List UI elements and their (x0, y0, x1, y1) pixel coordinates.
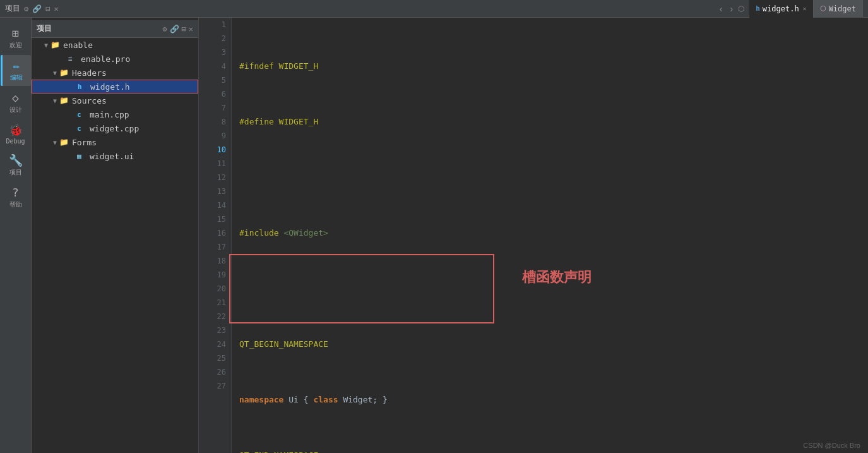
tree-header: 项目 ⚙ 🔗 ⊟ ✕ (32, 20, 198, 38)
line-num-23: 23 (217, 323, 226, 337)
tree-label-widget-h: widget.h (90, 82, 130, 92)
code-content[interactable]: #ifndef WIDGET_H #define WIDGET_H #inclu… (232, 18, 868, 453)
folder-headers-icon: 📁 (59, 68, 69, 77)
nav-forward-button[interactable]: › (728, 3, 736, 15)
file-pro-icon: ≡ (68, 55, 78, 63)
tree-node-widget-h[interactable]: h widget.h (32, 80, 198, 94)
line-num-25: 25 (217, 351, 226, 365)
sidebar-label-welcome: 欢迎 (9, 41, 22, 50)
file-tree: 项目 ⚙ 🔗 ⊟ ✕ ▼ 📁 enable ≡ enable.pro ▼ 📁 H… (32, 18, 199, 453)
line-num-7: 7 (222, 101, 226, 115)
line-num-2: 2 (222, 32, 226, 45)
line-num-3: 3 (222, 45, 226, 59)
tree-node-widget-ui[interactable]: ▦ widget.ui (32, 149, 198, 163)
line-num-22: 22 (217, 310, 226, 323)
sidebar-icon-project[interactable]: 🔧 项目 (1, 150, 31, 181)
line-num-8: 8 (222, 115, 226, 129)
folder-enable-icon: 📁 (51, 40, 61, 49)
sidebar-label-edit: 编辑 (10, 73, 23, 82)
toggle-enable[interactable]: ▼ (42, 42, 51, 49)
tab-widget-label: Widget (829, 4, 856, 13)
line-num-9: 9 (222, 129, 226, 143)
toggle-forms[interactable]: ▼ (51, 139, 59, 146)
tree-label-headers: Headers (72, 68, 107, 78)
wrench-icon: 🔧 (9, 154, 23, 167)
line-num-11: 11 (217, 157, 226, 171)
tab-widget[interactable]: ⬡ Widget (814, 0, 863, 18)
toggle-empty-ui (68, 153, 77, 160)
close-icon: ✕ (54, 4, 58, 13)
line-num-24: 24 (217, 337, 226, 351)
tab-h-icon: h (756, 4, 760, 13)
debug-icon: 🐞 (9, 123, 23, 136)
tab-widget-h-label: widget.h (763, 4, 799, 13)
tab-bar: h widget.h ✕ ⬡ Widget (749, 0, 863, 18)
sidebar-icon-edit[interactable]: ✏ 编辑 (1, 55, 31, 86)
tree-label-widget-cpp: widget.cpp (90, 124, 139, 133)
filter-tree-icon[interactable]: ⚙ (162, 25, 167, 33)
design-icon: ◇ (12, 91, 19, 104)
line-num-13: 13 (217, 184, 226, 198)
toggle-headers[interactable]: ▼ (51, 69, 59, 76)
line-num-1: 1 (222, 18, 226, 32)
toggle-empty-main (68, 111, 77, 118)
tree-label-sources: Sources (72, 96, 107, 106)
link-tree-icon[interactable]: 🔗 (170, 25, 179, 33)
line-num-17: 17 (217, 240, 226, 254)
code-line-6: QT_BEGIN_NAMESPACE (239, 337, 868, 351)
help-icon: ? (12, 186, 19, 199)
watermark: CSDN @Duck Bro (803, 442, 860, 449)
toggle-empty-pro (59, 56, 68, 63)
tree-node-headers[interactable]: ▼ 📁 Headers (32, 66, 198, 80)
line-num-20: 20 (217, 282, 226, 296)
line-num-12: 12 (217, 171, 226, 184)
tree-label-forms: Forms (72, 138, 97, 147)
sidebar-icon-welcome[interactable]: ⊞ 欢迎 (1, 23, 31, 54)
sidebar-icon-help[interactable]: ? 帮助 (1, 182, 31, 213)
tab-close-button[interactable]: ✕ (803, 5, 807, 12)
code-line-4: #include <QWidget> (239, 226, 868, 240)
sidebar-icon-debug[interactable]: 🐞 Debug (1, 119, 31, 148)
tree-label-widget-ui: widget.ui (90, 152, 134, 161)
code-editor[interactable]: 1 2 3 4 5 6 7 8 9 10 11 12 13 14 15 16 1… (199, 18, 868, 453)
sidebar-icons: ⊞ 欢迎 ✏ 编辑 ◇ 设计 🐞 Debug 🔧 项目 ? 帮助 (0, 18, 32, 453)
tree-node-main-cpp[interactable]: c main.cpp (32, 107, 198, 121)
line-num-6: 6 (222, 87, 226, 101)
file-cpp-main-icon: c (77, 111, 87, 119)
line-num-4: 4 (222, 59, 226, 73)
close-tree-icon[interactable]: ✕ (189, 25, 193, 33)
line-num-10[interactable]: 10 (217, 143, 226, 157)
tree-node-sources[interactable]: ▼ 📁 Sources (32, 94, 198, 107)
tree-node-forms[interactable]: ▼ 📁 Forms (32, 135, 198, 149)
tab-widget-icon: ⬡ (820, 4, 826, 13)
tree-node-enable-pro[interactable]: ≡ enable.pro (32, 52, 198, 66)
line-num-5: 5 (222, 73, 226, 87)
bookmark-icon: ⬡ (738, 4, 744, 13)
line-num-21: 21 (217, 296, 226, 310)
folder-sources-icon: 📁 (59, 96, 69, 105)
sidebar-icon-design[interactable]: ◇ 设计 (1, 87, 31, 118)
folder-forms-icon: 📁 (59, 138, 69, 147)
line-numbers: 1 2 3 4 5 6 7 8 9 10 11 12 13 14 15 16 1… (199, 18, 232, 453)
code-line-2: #define WIDGET_H (239, 115, 868, 129)
main-area: ⊞ 欢迎 ✏ 编辑 ◇ 设计 🐞 Debug 🔧 项目 ? 帮助 项目 ⚙ (0, 18, 868, 453)
line-num-14: 14 (217, 198, 226, 212)
project-name: 项目 (5, 3, 20, 14)
layout-tree-icon[interactable]: ⊟ (182, 25, 186, 33)
toggle-sources[interactable]: ▼ (51, 97, 59, 104)
tree-node-enable[interactable]: ▼ 📁 enable (32, 38, 198, 52)
line-num-15: 15 (217, 212, 226, 226)
project-title: 项目 ⚙ 🔗 ⊟ ✕ (5, 3, 717, 14)
tree-label-enable-pro: enable.pro (81, 54, 130, 64)
nav-buttons: ‹ › ⬡ (717, 3, 744, 15)
code-line-1: #ifndef WIDGET_H (239, 59, 868, 73)
file-h-icon: h (78, 83, 88, 91)
file-cpp-widget-icon: c (77, 124, 87, 133)
line-num-27: 27 (217, 379, 226, 393)
split-icon: ⊟ (45, 4, 50, 13)
tab-widget-h[interactable]: h widget.h ✕ (749, 0, 813, 18)
tree-label-main-cpp: main.cpp (90, 110, 129, 119)
nav-back-button[interactable]: ‹ (717, 3, 725, 15)
tree-label-enable: enable (63, 40, 93, 50)
tree-node-widget-cpp[interactable]: c widget.cpp (32, 121, 198, 135)
